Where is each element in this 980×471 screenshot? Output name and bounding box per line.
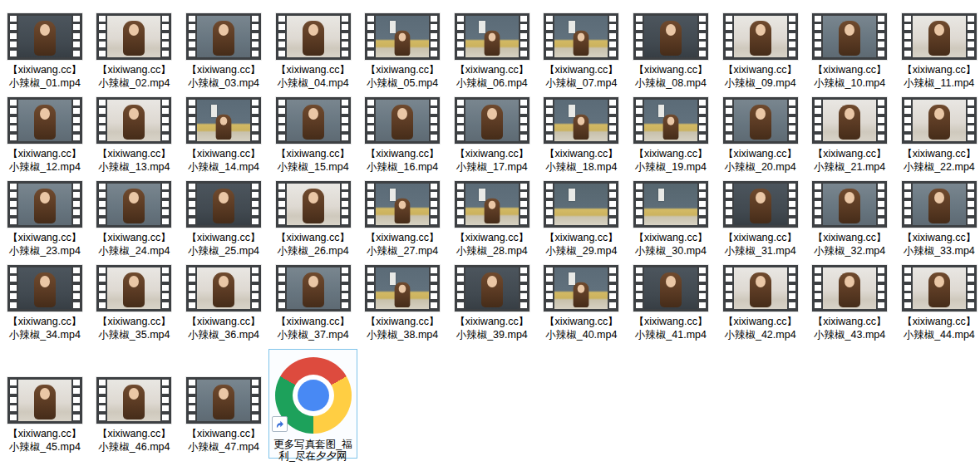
video-file-item[interactable]: 【xixiwang.cc】 小辣椒_20.mp4 [716, 94, 805, 178]
filename-line1: 【xixiwang.cc】 [276, 315, 350, 328]
video-file-item[interactable]: 【xixiwang.cc】 小辣椒_15.mp4 [268, 94, 358, 178]
video-file-item[interactable]: 【xixiwang.cc】 小辣椒_41.mp4 [626, 262, 716, 346]
video-file-item[interactable]: 【xixiwang.cc】 小辣椒_22.mp4 [894, 94, 980, 178]
filmstrip-holes-left-icon [10, 184, 17, 225]
video-file-item[interactable]: 【xixiwang.cc】 小辣椒_18.mp4 [537, 94, 627, 178]
filmstrip-holes-left-icon [99, 267, 106, 309]
video-file-item[interactable]: 【xixiwang.cc】 小辣椒_08.mp4 [626, 10, 716, 94]
chrome-shortcut-item[interactable]: 更多写真套图_福 利_尽在夕夕网 [268, 349, 358, 459]
video-file-item[interactable]: 【xixiwang.cc】 小辣椒_34.mp4 [0, 262, 90, 346]
video-file-item[interactable]: 【xixiwang.cc】 小辣椒_25.mp4 [179, 178, 268, 262]
video-file-item[interactable]: 【xixiwang.cc】 小辣椒_21.mp4 [805, 94, 894, 178]
video-file-item[interactable]: 【xixiwang.cc】 小辣椒_42.mp4 [716, 262, 805, 346]
filename-line2: 小辣椒_11.mp4 [902, 76, 976, 90]
person-figure [303, 189, 324, 223]
video-file-item[interactable]: 【xixiwang.cc】 小辣椒_38.mp4 [357, 262, 447, 346]
person-face [845, 108, 854, 120]
filename-line2: 小辣椒_04.mp4 [276, 76, 350, 90]
video-file-item[interactable]: 【xixiwang.cc】 小辣椒_31.mp4 [716, 178, 805, 262]
video-preview-image [644, 16, 697, 57]
filename-line2: 小辣椒_25.mp4 [187, 244, 261, 258]
filename-line1: 【xixiwang.cc】 [455, 63, 529, 76]
filename-label: 【xixiwang.cc】 小辣椒_12.mp4 [7, 147, 81, 174]
person-figure [303, 105, 324, 140]
video-file-item[interactable]: 【xixiwang.cc】 小辣椒_36.mp4 [179, 262, 268, 346]
person-figure [34, 105, 56, 140]
filmstrip-holes-right-icon [968, 184, 974, 225]
filename-line1: 【xixiwang.cc】 [633, 315, 707, 328]
filmstrip-holes-left-icon [457, 184, 464, 225]
video-file-item[interactable]: 【xixiwang.cc】 小辣椒_33.mp4 [894, 178, 980, 262]
video-file-item[interactable]: 【xixiwang.cc】 小辣椒_32.mp4 [805, 178, 894, 262]
video-file-item[interactable]: 【xixiwang.cc】 小辣椒_07.mp4 [537, 10, 627, 94]
video-file-item[interactable]: 【xixiwang.cc】 小辣椒_26.mp4 [268, 178, 358, 262]
video-file-item[interactable]: 【xixiwang.cc】 小辣椒_28.mp4 [447, 178, 537, 262]
filename-line1: 【xixiwang.cc】 [633, 147, 707, 160]
video-file-item[interactable]: 【xixiwang.cc】 小辣椒_13.mp4 [90, 94, 180, 178]
video-file-item[interactable]: 【xixiwang.cc】 小辣椒_40.mp4 [537, 262, 627, 346]
filename-line1: 【xixiwang.cc】 [366, 147, 440, 160]
person-figure [750, 105, 771, 140]
video-file-item[interactable]: 【xixiwang.cc】 小辣椒_30.mp4 [626, 178, 716, 262]
person-face [666, 24, 676, 36]
video-file-item[interactable]: 【xixiwang.cc】 小辣椒_10.mp4 [805, 10, 894, 94]
video-file-item[interactable]: 【xixiwang.cc】 小辣椒_16.mp4 [357, 94, 447, 178]
person-figure [928, 189, 950, 223]
video-file-item[interactable]: 【xixiwang.cc】 小辣椒_43.mp4 [805, 262, 894, 346]
filename-label: 【xixiwang.cc】 小辣椒_22.mp4 [902, 147, 976, 174]
video-file-item[interactable]: 【xixiwang.cc】 小辣椒_39.mp4 [447, 262, 537, 346]
filename-line1: 【xixiwang.cc】 [97, 315, 171, 328]
person-figure [123, 385, 145, 419]
person-figure [34, 189, 56, 223]
filename-label: 【xixiwang.cc】 小辣椒_11.mp4 [902, 63, 976, 90]
person-figure [574, 282, 589, 307]
filename-line1: 【xixiwang.cc】 [7, 315, 81, 328]
video-file-item[interactable]: 【xixiwang.cc】 小辣椒_27.mp4 [357, 178, 447, 262]
filmstrip-holes-right-icon [431, 100, 437, 141]
video-file-item[interactable]: 【xixiwang.cc】 小辣椒_14.mp4 [179, 94, 268, 178]
filmstrip-thumbnail [812, 265, 887, 312]
video-file-item[interactable]: 【xixiwang.cc】 小辣椒_23.mp4 [0, 178, 90, 262]
filename-line2: 小辣椒_02.mp4 [97, 76, 171, 90]
video-file-item[interactable]: 【xixiwang.cc】 小辣椒_19.mp4 [626, 94, 716, 178]
filmstrip-holes-left-icon [278, 100, 285, 141]
filename-line2: 小辣椒_43.mp4 [813, 328, 887, 341]
video-file-item[interactable]: 【xixiwang.cc】 小辣椒_37.mp4 [268, 262, 358, 346]
video-file-item[interactable]: 【xixiwang.cc】 小辣椒_11.mp4 [894, 10, 980, 94]
video-file-item[interactable]: 【xixiwang.cc】 小辣椒_46.mp4 [90, 349, 180, 459]
filmstrip-holes-right-icon [431, 267, 437, 309]
video-file-item[interactable]: 【xixiwang.cc】 小辣椒_12.mp4 [0, 94, 90, 178]
filename-line1: 【xixiwang.cc】 [7, 427, 81, 440]
filename-line1: 【xixiwang.cc】 [902, 147, 976, 160]
video-file-item[interactable]: 【xixiwang.cc】 小辣椒_35.mp4 [90, 262, 180, 346]
person-figure [928, 105, 950, 140]
shortcut-label-line1: 更多写真套图_福 [273, 439, 352, 450]
video-file-item[interactable]: 【xixiwang.cc】 小辣椒_44.mp4 [894, 262, 980, 346]
video-file-item[interactable]: 【xixiwang.cc】 小辣椒_24.mp4 [90, 178, 180, 262]
video-file-item[interactable]: 【xixiwang.cc】 小辣椒_06.mp4 [447, 10, 537, 94]
video-file-item[interactable]: 【xixiwang.cc】 小辣椒_05.mp4 [357, 10, 447, 94]
filmstrip-holes-right-icon [252, 267, 259, 309]
filename-label: 【xixiwang.cc】 小辣椒_44.mp4 [902, 315, 976, 341]
video-file-item[interactable]: 【xixiwang.cc】 小辣椒_04.mp4 [268, 10, 358, 94]
file-grid: 【xixiwang.cc】 小辣椒_01.mp4 【xixiwang.cc】 小… [0, 10, 980, 346]
video-file-item[interactable]: 【xixiwang.cc】 小辣椒_45.mp4 [0, 349, 90, 459]
filename-line2: 小辣椒_34.mp4 [7, 328, 81, 341]
filename-line1: 【xixiwang.cc】 [97, 147, 171, 160]
filmstrip-holes-right-icon [431, 184, 437, 225]
video-file-item[interactable]: 【xixiwang.cc】 小辣椒_29.mp4 [537, 178, 627, 262]
person-figure [839, 189, 860, 223]
video-file-item[interactable]: 【xixiwang.cc】 小辣椒_09.mp4 [716, 10, 805, 94]
filename-line1: 【xixiwang.cc】 [7, 147, 81, 160]
video-file-item[interactable]: 【xixiwang.cc】 小辣椒_47.mp4 [179, 349, 268, 459]
filmstrip-holes-left-icon [367, 184, 374, 225]
video-file-item[interactable]: 【xixiwang.cc】 小辣椒_01.mp4 [0, 10, 90, 94]
filmstrip-holes-right-icon [609, 267, 616, 309]
filmstrip-thumbnail [455, 265, 529, 312]
person-face [845, 192, 854, 204]
video-file-item[interactable]: 【xixiwang.cc】 小辣椒_02.mp4 [90, 10, 180, 94]
filmstrip-thumbnail [544, 13, 618, 60]
video-file-item[interactable]: 【xixiwang.cc】 小辣椒_17.mp4 [447, 94, 537, 178]
video-file-item[interactable]: 【xixiwang.cc】 小辣椒_03.mp4 [179, 10, 268, 94]
filmstrip-holes-left-icon [189, 184, 195, 225]
